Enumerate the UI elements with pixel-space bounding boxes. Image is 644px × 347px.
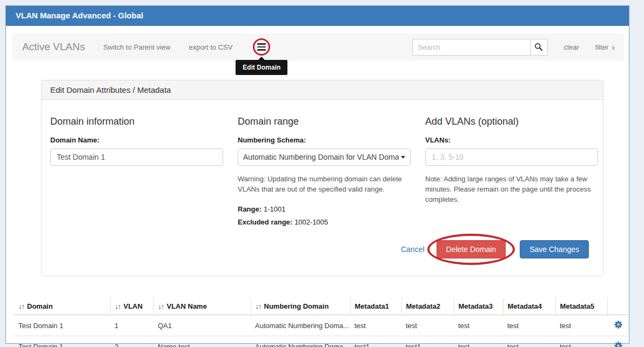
column-header-metadata3: Metadata3 <box>454 298 503 315</box>
column-label: Metadata1 <box>355 302 390 310</box>
cell-metadata5: test <box>555 315 607 336</box>
cell-metadata4: test <box>503 336 555 347</box>
caret-down-icon <box>401 156 405 159</box>
cell-vlan: 2 <box>110 336 153 347</box>
domain-range-column: Domain range Numbering Schema: Automatic… <box>238 113 411 227</box>
column-header-domain[interactable]: ↓↑Domain <box>14 298 110 315</box>
vlans-field[interactable] <box>425 148 598 166</box>
column-label: Metadata2 <box>406 302 441 310</box>
cell-metadata4: test <box>503 315 555 336</box>
edit-domain-panel: Edit Domain Attributes / Metadata Domain… <box>41 80 603 276</box>
table-header-row: ↓↑Domain ↓↑VLAN ↓↑VLAN Name ↓↑Numbering … <box>14 298 629 315</box>
excluded-range-line: Excluded range:1002-1005 <box>238 217 411 227</box>
row-settings-gear-icon[interactable] <box>614 321 622 329</box>
numbering-schema-value: Automatic Numbering Domain for VLAN Doma <box>243 153 399 161</box>
tooltip-arrow <box>258 57 265 60</box>
cancel-link[interactable]: Cancel <box>401 245 425 254</box>
edit-domain-menu-wrap: Edit Domain <box>253 38 270 56</box>
column-header-metadata4: Metadata4 <box>503 298 555 315</box>
numbering-domain-warning: Warning: Updating the numbering domain c… <box>238 174 411 195</box>
hamburger-bar <box>257 49 266 51</box>
search-input[interactable] <box>412 39 530 56</box>
hamburger-menu-icon[interactable] <box>253 38 270 56</box>
domain-range-heading: Domain range <box>238 116 411 127</box>
column-label: VLAN <box>124 302 143 310</box>
search-button[interactable] <box>530 39 548 56</box>
row-settings-gear-icon[interactable] <box>614 342 622 347</box>
cell-metadata3: test <box>454 315 503 336</box>
vlan-table: ↓↑Domain ↓↑VLAN ↓↑VLAN Name ↓↑Numbering … <box>14 298 629 347</box>
domain-information-heading: Domain information <box>50 116 223 127</box>
hamburger-bar <box>257 46 266 48</box>
column-label: Metadata5 <box>560 302 595 310</box>
page-title: VLAN Manage Advanced - Global <box>6 6 629 26</box>
domain-information-column: Domain information Domain Name: <box>50 113 223 227</box>
add-vlans-heading: Add VLANs (optional) <box>425 116 598 127</box>
cell-vlan: 1 <box>110 315 153 336</box>
sort-icon: ↓↑ <box>158 302 164 310</box>
column-header-actions <box>607 298 629 315</box>
range-label: Range: <box>238 205 261 213</box>
chevron-right-icon: › <box>612 42 615 52</box>
cell-metadata3: test <box>454 336 503 347</box>
add-vlans-column: Add VLANs (optional) VLANs: Note: Adding… <box>425 113 598 227</box>
range-block: Range:1-1001 Excluded range:1002-1005 <box>238 205 411 227</box>
delete-domain-wrap: Delete Domain <box>437 240 506 258</box>
hamburger-bar <box>257 43 266 45</box>
search-group: clear filter› <box>412 39 615 56</box>
app-window: VLAN Manage Advanced - Global Active VLA… <box>5 5 629 344</box>
edit-domain-panel-body: Domain information Domain Name: Domain r… <box>42 100 603 227</box>
domain-name-label: Domain Name: <box>50 136 223 144</box>
range-value: 1-1001 <box>264 205 285 213</box>
excluded-range-value: 1002-1005 <box>294 218 328 226</box>
column-header-vlan-name[interactable]: ↓↑VLAN Name <box>153 298 251 315</box>
sort-icon: ↓↑ <box>115 302 121 310</box>
sort-icon: ↓↑ <box>18 302 24 310</box>
column-header-metadata2: Metadata2 <box>401 298 454 315</box>
cell-numbering-domain: Automatic Numbering Doma... <box>251 336 350 347</box>
cell-numbering-domain: Automatic Numbering Doma... <box>251 315 350 336</box>
filter-link[interactable]: filter› <box>595 43 615 51</box>
switch-to-parent-view-link[interactable]: Switch to Parent view <box>103 43 170 51</box>
vlans-label: VLANs: <box>425 136 598 144</box>
panel-actions: Cancel Delete Domain Save Changes <box>42 227 603 276</box>
column-label: Domain <box>27 302 53 310</box>
column-label: Metadata3 <box>459 302 493 310</box>
excluded-range-label: Excluded range: <box>238 218 292 226</box>
export-to-csv-link[interactable]: export to CSV <box>189 43 232 51</box>
add-vlans-note: Note: Adding large ranges of VLANs may t… <box>425 174 598 205</box>
column-label: VLAN Name <box>167 302 207 310</box>
tooltip-label: Edit Domain <box>243 64 280 71</box>
cell-metadata2: test1 <box>401 336 454 347</box>
column-header-vlan[interactable]: ↓↑VLAN <box>110 298 153 315</box>
domain-name-field[interactable] <box>50 148 223 166</box>
delete-domain-button[interactable]: Delete Domain <box>437 240 506 258</box>
save-changes-button[interactable]: Save Changes <box>520 240 589 258</box>
edit-domain-panel-header: Edit Domain Attributes / Metadata <box>42 80 603 100</box>
cell-vlan-name: Name test <box>153 336 251 347</box>
sort-icon: ↓↑ <box>256 302 261 310</box>
active-vlans-heading: Active VLANs <box>22 41 85 53</box>
numbering-schema-label: Numbering Schema: <box>238 136 411 144</box>
cell-vlan-name: QA1 <box>153 315 251 336</box>
cell-metadata5: test <box>555 336 607 347</box>
cell-metadata2: test <box>401 315 454 336</box>
cell-domain: Test Domain 1 <box>14 315 110 336</box>
table-row: Test Domain 1 2 Name test Automatic Numb… <box>14 336 629 347</box>
cell-domain: Test Domain 1 <box>14 336 110 347</box>
cell-metadata1: test <box>350 315 401 336</box>
filter-label: filter <box>595 43 609 51</box>
table-row: Test Domain 1 1 QA1 Automatic Numbering … <box>14 315 629 336</box>
edit-domain-tooltip: Edit Domain <box>236 60 287 75</box>
column-header-metadata5: Metadata5 <box>555 298 607 315</box>
cell-metadata1: test1 <box>350 336 401 347</box>
column-header-numbering-domain[interactable]: ↓↑Numbering Domain <box>251 298 350 315</box>
numbering-schema-select[interactable]: Automatic Numbering Domain for VLAN Doma <box>238 148 411 166</box>
column-label: Numbering Domain <box>264 302 329 310</box>
clear-link[interactable]: clear <box>564 43 579 51</box>
column-header-metadata1: Metadata1 <box>350 298 401 315</box>
search-icon <box>534 43 543 51</box>
column-label: Metadata4 <box>508 302 542 310</box>
range-line: Range:1-1001 <box>238 205 411 214</box>
toolbar: Active VLANs Switch to Parent view expor… <box>12 33 625 60</box>
